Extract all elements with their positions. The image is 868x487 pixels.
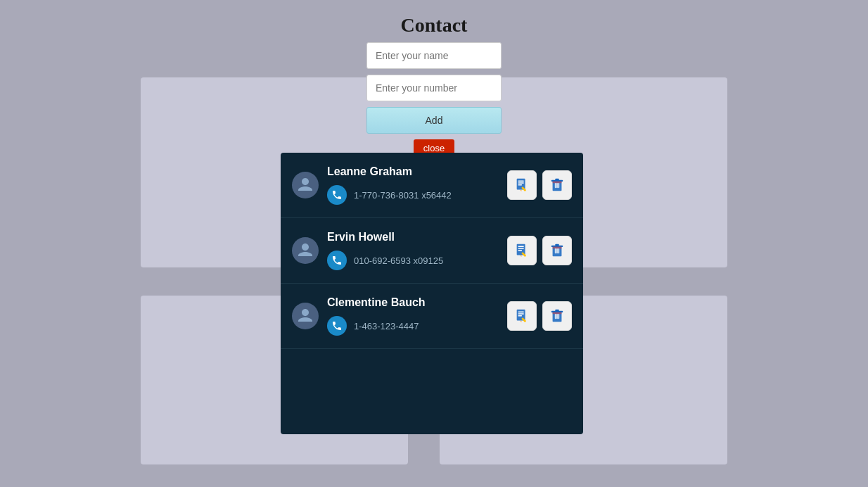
contact-phone-row: 1-770-736-8031 x56442 — [327, 185, 499, 205]
svg-rect-2 — [518, 182, 524, 183]
phone-icon — [331, 189, 343, 201]
contact-name: Clementine Bauch — [327, 296, 499, 309]
svg-rect-9 — [555, 183, 556, 188]
svg-rect-8 — [555, 179, 559, 180]
delete-icon — [549, 308, 565, 324]
svg-marker-5 — [521, 189, 522, 191]
contact-phone-row: 010-692-6593 x09125 — [327, 251, 499, 270]
delete-button[interactable] — [542, 236, 572, 265]
edit-button[interactable] — [507, 301, 537, 331]
delete-button[interactable] — [542, 170, 572, 200]
phone-icon — [331, 320, 343, 331]
contact-name: Leanne Graham — [327, 165, 499, 178]
contact-actions — [507, 170, 572, 200]
svg-rect-1 — [518, 181, 524, 182]
phone-icon-circle — [327, 185, 347, 205]
number-input[interactable] — [366, 75, 502, 101]
svg-rect-15 — [518, 248, 524, 248]
contact-item: Ervin Howell 010-692-6593 x09125 — [281, 218, 583, 284]
svg-rect-22 — [555, 248, 556, 253]
page-title: Contact — [0, 14, 868, 37]
svg-rect-14 — [518, 246, 524, 247]
person-icon — [297, 177, 314, 194]
svg-rect-21 — [555, 244, 559, 246]
svg-rect-28 — [518, 313, 524, 314]
svg-rect-12 — [553, 182, 562, 184]
delete-icon — [549, 177, 565, 193]
svg-rect-10 — [556, 183, 558, 188]
svg-rect-27 — [518, 312, 524, 312]
form-container: Add close — [366, 42, 502, 157]
contact-avatar — [292, 303, 319, 329]
contact-phone-row: 1-463-123-4447 — [327, 316, 499, 336]
svg-rect-25 — [553, 247, 562, 249]
svg-marker-31 — [521, 320, 522, 322]
edit-icon — [514, 308, 530, 324]
delete-button[interactable] — [542, 301, 572, 331]
svg-rect-23 — [556, 248, 558, 253]
name-input[interactable] — [366, 42, 502, 69]
contact-info: Leanne Graham 1-770-736-8031 x56442 — [327, 165, 499, 205]
contact-avatar — [292, 237, 319, 264]
svg-rect-11 — [558, 183, 559, 188]
contact-item: Clementine Bauch 1-463-123-4447 — [281, 284, 583, 349]
contact-name: Ervin Howell — [327, 231, 499, 244]
add-button[interactable]: Add — [366, 107, 502, 134]
svg-rect-16 — [518, 250, 523, 251]
svg-rect-34 — [555, 310, 559, 311]
svg-rect-24 — [558, 248, 559, 253]
svg-rect-3 — [518, 184, 523, 185]
contact-info: Clementine Bauch 1-463-123-4447 — [327, 296, 499, 336]
contact-actions — [507, 236, 572, 265]
svg-rect-38 — [553, 312, 562, 315]
page-header: Contact — [0, 14, 868, 37]
edit-button[interactable] — [507, 170, 537, 200]
phone-icon — [331, 255, 343, 266]
contact-number: 1-463-123-4447 — [354, 321, 419, 331]
delete-icon — [549, 243, 565, 258]
contact-actions — [507, 301, 572, 331]
svg-marker-18 — [521, 255, 522, 256]
svg-rect-35 — [555, 314, 556, 319]
contact-number: 010-692-6593 x09125 — [354, 255, 443, 266]
svg-rect-37 — [558, 314, 559, 319]
contact-list-panel[interactable]: Leanne Graham 1-770-736-8031 x56442 — [281, 153, 583, 434]
contact-number: 1-770-736-8031 x56442 — [354, 190, 452, 201]
edit-icon — [514, 243, 530, 258]
contact-item: Leanne Graham 1-770-736-8031 x56442 — [281, 153, 583, 218]
person-icon — [297, 242, 314, 259]
phone-icon-circle — [327, 251, 347, 270]
phone-icon-circle — [327, 316, 347, 336]
svg-rect-29 — [518, 315, 523, 316]
contact-info: Ervin Howell 010-692-6593 x09125 — [327, 231, 499, 270]
contact-avatar — [292, 172, 319, 198]
person-icon — [297, 308, 314, 324]
edit-button[interactable] — [507, 236, 537, 265]
edit-icon — [514, 177, 530, 193]
svg-rect-36 — [556, 314, 558, 319]
